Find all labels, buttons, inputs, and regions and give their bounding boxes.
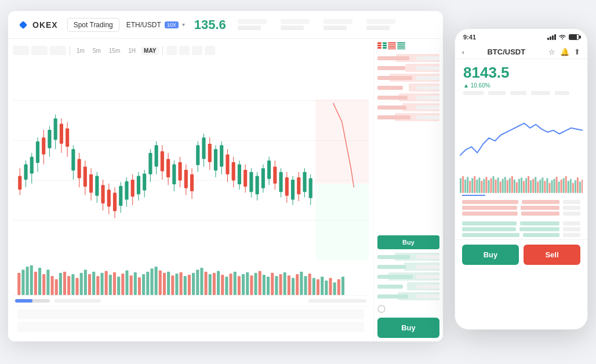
svg-rect-166 xyxy=(254,273,257,295)
svg-rect-255 xyxy=(577,177,579,193)
svg-rect-43 xyxy=(119,186,122,206)
timeframe-15m[interactable]: 15m xyxy=(106,46,123,55)
settings-icon[interactable] xyxy=(192,46,202,55)
ob-sell-icon[interactable] xyxy=(388,42,396,49)
svg-rect-205 xyxy=(460,178,461,193)
ob-both-icon[interactable] xyxy=(377,42,387,49)
timeframe-5m[interactable]: 5m xyxy=(90,46,104,55)
ob-buy-button[interactable]: Buy xyxy=(377,235,439,249)
svg-rect-147 xyxy=(175,274,178,295)
fullscreen-icon[interactable] xyxy=(205,46,215,55)
svg-rect-245 xyxy=(554,179,555,194)
mob-ob-row-sell-1 xyxy=(462,200,580,204)
spot-trading-button[interactable]: Spot Trading xyxy=(67,18,119,32)
svg-rect-65 xyxy=(184,170,188,188)
ob-buy-row xyxy=(377,282,439,290)
svg-rect-162 xyxy=(238,276,241,295)
svg-rect-124 xyxy=(80,273,83,295)
svg-rect-210 xyxy=(471,178,473,193)
svg-rect-134 xyxy=(121,274,124,295)
mobile-order-book xyxy=(455,198,587,239)
svg-rect-165 xyxy=(250,275,253,295)
zoom-indicator xyxy=(54,299,101,303)
okex-logo-icon xyxy=(17,19,29,31)
svg-rect-173 xyxy=(284,272,286,295)
timeframe-may[interactable]: MAY xyxy=(141,46,159,55)
ob-sell-row xyxy=(377,74,439,82)
timeframe-1h[interactable]: 1H xyxy=(125,46,139,55)
scroll-bar[interactable] xyxy=(15,299,50,303)
stat-change xyxy=(238,19,267,30)
toolbar-btn-3[interactable] xyxy=(50,46,66,55)
svg-rect-212 xyxy=(476,180,478,193)
svg-rect-237 xyxy=(535,177,536,193)
svg-rect-217 xyxy=(488,180,489,193)
ob-bottom-icon xyxy=(377,300,439,313)
mobile-back-button[interactable]: ‹ xyxy=(462,49,464,56)
svg-rect-114 xyxy=(38,268,41,295)
mobile-sell-button[interactable]: Sell xyxy=(524,245,580,265)
svg-rect-215 xyxy=(483,179,485,194)
svg-rect-187 xyxy=(341,276,344,295)
ob-sell-row xyxy=(377,93,439,101)
logo-area: OKEX xyxy=(17,19,58,31)
svg-rect-89 xyxy=(256,176,259,194)
ob-buy-icon[interactable] xyxy=(397,42,405,49)
star-icon[interactable]: ☆ xyxy=(548,48,555,56)
svg-rect-73 xyxy=(208,144,212,162)
big-buy-button[interactable]: Buy xyxy=(377,318,439,338)
battery-icon xyxy=(569,34,579,40)
mobile-price-stats xyxy=(463,91,579,95)
svg-rect-174 xyxy=(288,275,290,295)
svg-rect-167 xyxy=(259,271,261,295)
toolbar-btn-1[interactable] xyxy=(13,46,29,55)
table-row-1 xyxy=(17,309,364,319)
toolbar-sep-2 xyxy=(162,46,163,55)
svg-rect-126 xyxy=(88,274,91,295)
mobile-mockup: 9:41 ‹ BTC/USDT xyxy=(455,28,588,330)
svg-rect-206 xyxy=(462,176,464,193)
volume-chart xyxy=(13,260,369,295)
toolbar-btn-2[interactable] xyxy=(31,46,48,55)
svg-rect-232 xyxy=(523,181,525,193)
svg-rect-211 xyxy=(474,176,475,193)
svg-rect-120 xyxy=(63,272,66,295)
svg-rect-247 xyxy=(558,181,560,193)
top-bar: OKEX Spot Trading ETH/USDT 10X ▾ 135.6 xyxy=(8,11,443,39)
svg-rect-149 xyxy=(184,276,187,295)
svg-rect-251 xyxy=(568,181,569,193)
svg-rect-99 xyxy=(285,177,289,196)
price-stats xyxy=(238,19,395,30)
svg-rect-256 xyxy=(579,181,581,193)
mob-ob-row-buy-2 xyxy=(462,227,580,231)
mob-ob-row-sell-3 xyxy=(462,212,580,216)
svg-rect-13 xyxy=(30,156,34,173)
svg-rect-233 xyxy=(525,178,527,193)
toolbar-separator xyxy=(70,46,70,55)
chart-type-icon[interactable] xyxy=(166,46,177,55)
svg-rect-133 xyxy=(117,276,120,295)
svg-rect-53 xyxy=(148,153,152,174)
svg-rect-171 xyxy=(275,276,278,295)
stat-low xyxy=(324,19,352,30)
main-content: 1m 5m 15m 1H MAY xyxy=(8,39,443,341)
svg-rect-119 xyxy=(59,273,62,295)
svg-rect-9 xyxy=(18,176,21,190)
ob-sell-row xyxy=(377,113,439,121)
svg-rect-158 xyxy=(221,275,224,295)
svg-rect-185 xyxy=(333,282,336,295)
indicator-icon[interactable] xyxy=(179,46,190,55)
mobile-stat-4 xyxy=(531,91,550,95)
mobile-buy-button[interactable]: Buy xyxy=(462,245,519,265)
svg-rect-214 xyxy=(481,181,482,193)
pair-selector[interactable]: ETH/USDT 10X ▾ xyxy=(126,21,185,29)
share-icon[interactable]: ⬆ xyxy=(574,48,580,56)
svg-rect-216 xyxy=(485,177,487,193)
svg-rect-230 xyxy=(518,179,520,194)
svg-rect-138 xyxy=(138,277,141,295)
svg-rect-190 xyxy=(377,45,381,46)
bell-icon[interactable]: 🔔 xyxy=(560,48,569,56)
leverage-badge: 10X xyxy=(165,21,179,28)
timeframe-1m[interactable]: 1m xyxy=(74,46,88,55)
svg-rect-87 xyxy=(249,172,253,192)
